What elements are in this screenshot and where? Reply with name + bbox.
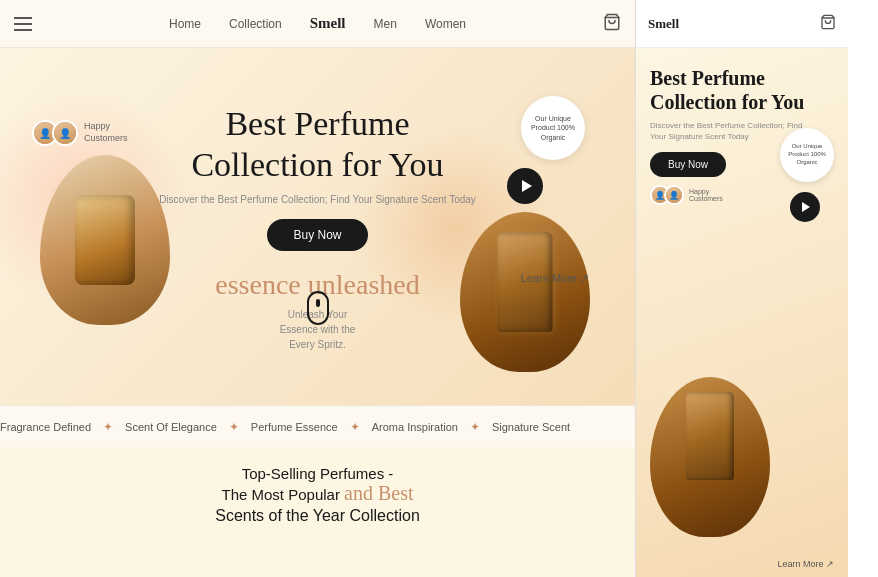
happy-customers-label: Happy Customers — [84, 121, 128, 144]
nav-collection[interactable]: Collection — [229, 17, 282, 31]
right-panel: Smell Best Perfume Collection for You Di… — [635, 0, 848, 577]
nav-brand[interactable]: Smell — [310, 15, 346, 32]
cart-icon[interactable] — [603, 13, 621, 35]
right-brand: Smell — [648, 16, 679, 32]
play-button[interactable] — [507, 168, 543, 204]
ticker-item-0: Fragrance Defined — [0, 421, 91, 433]
bottle-right-image — [460, 212, 590, 372]
ticker-item-1: Scent Of Elegance — [125, 421, 217, 433]
right-badge-organic: Our Unique Product 100% Organic — [780, 128, 834, 182]
learn-more-link[interactable]: Learn More ↗ — [521, 272, 589, 285]
ticker-item-4: Signature Scent — [492, 421, 570, 433]
right-bottle-image — [650, 377, 770, 537]
top-selling-title-line1: Top-Selling Perfumes - — [242, 465, 394, 482]
ticker-item-2: Perfume Essence — [251, 421, 338, 433]
right-navbar: Smell — [636, 0, 848, 48]
avatar-2: 👤 — [52, 120, 78, 146]
nav-women[interactable]: Women — [425, 17, 466, 31]
top-selling-title-line2: The Most Popular and Best — [222, 482, 414, 505]
ticker-sep-1: ✦ — [229, 420, 239, 434]
ticker-sep-0: ✦ — [103, 420, 113, 434]
ticker-bar: Fragrance Defined ✦ Scent Of Elegance ✦ … — [0, 405, 635, 447]
ticker-sep-2: ✦ — [350, 420, 360, 434]
buy-button[interactable]: Buy Now — [267, 219, 367, 251]
nav-links: Home Collection Smell Men Women — [169, 15, 466, 32]
top-selling-subtitle: Scents of the Year Collection — [215, 507, 420, 525]
right-happy-label: Happy Customers — [689, 188, 723, 202]
hero-section: 👤 👤 Happy Customers Our Unique Product 1… — [0, 48, 635, 405]
bottom-section: Top-Selling Perfumes - The Most Popular … — [0, 447, 635, 577]
right-learn-more[interactable]: Learn More ↗ — [777, 559, 834, 569]
happy-customers: 👤 👤 Happy Customers — [32, 120, 128, 146]
avatar-group: 👤 👤 — [32, 120, 78, 146]
right-avatar-2: 👤 — [664, 185, 684, 205]
hero-title: Best Perfume Collection for You — [191, 104, 443, 186]
hero-title-line2: Collection for You — [191, 146, 443, 183]
bottle-right-container: Our Unique Product 100% Organic — [455, 96, 595, 372]
ticker-item-3: Aroma Inspiration — [372, 421, 458, 433]
nav-men[interactable]: Men — [374, 17, 397, 31]
right-hero-title: Best Perfume Collection for You — [636, 48, 848, 114]
right-cart-icon[interactable] — [820, 14, 836, 34]
hero-subtitle: Discover the Best Perfume Collection; Fi… — [159, 194, 476, 205]
scroll-indicator — [307, 291, 329, 325]
ticker-sep-3: ✦ — [470, 420, 480, 434]
bottle-left — [40, 155, 170, 325]
ticker-inner: Fragrance Defined ✦ Scent Of Elegance ✦ … — [0, 420, 570, 434]
top-selling-cursive: and Best — [344, 482, 413, 504]
hero-title-line1: Best Perfume — [225, 105, 409, 142]
right-avatar-group: 👤 👤 — [650, 185, 684, 205]
right-buy-button[interactable]: Buy Now — [650, 152, 726, 177]
badge-organic: Our Unique Product 100% Organic — [521, 96, 585, 160]
navbar: Home Collection Smell Men Women — [0, 0, 635, 48]
right-hero-content: Best Perfume Collection for You Discover… — [636, 48, 848, 577]
right-play-button[interactable] — [790, 192, 820, 222]
scroll-dot — [316, 299, 320, 307]
bottle-left-image — [40, 155, 170, 325]
top-selling-most-popular: The Most Popular — [222, 486, 340, 503]
left-panel: Home Collection Smell Men Women 👤 👤 Happ… — [0, 0, 635, 577]
nav-home[interactable]: Home — [169, 17, 201, 31]
